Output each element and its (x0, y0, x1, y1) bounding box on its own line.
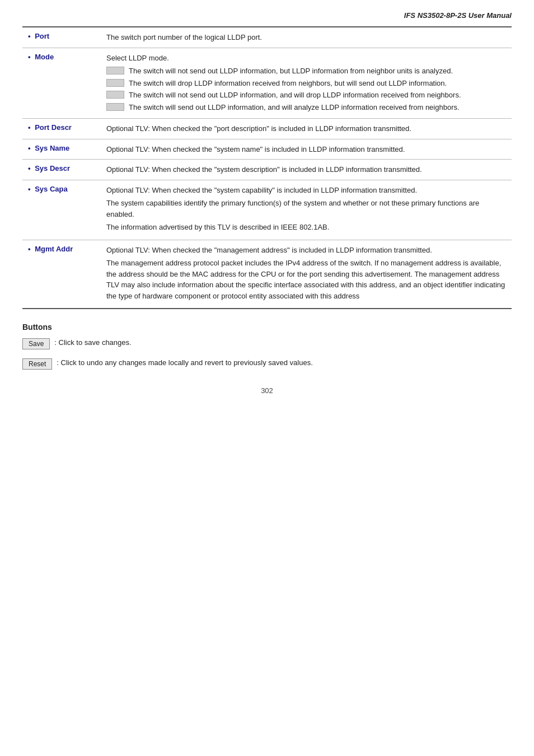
desc-text-sys-name: Optional TLV: When checked the "system n… (106, 144, 506, 155)
mode-item-3: The switch will send out LLDP informatio… (106, 102, 506, 113)
reset-row: Reset : Click to undo any changes made l… (22, 358, 512, 370)
line-mgmt-addr-0: Optional TLV: When checked the "manageme… (106, 245, 506, 256)
save-button[interactable]: Save (22, 338, 50, 349)
mode-item-text-0: The switch will not send out LLDP inform… (129, 66, 506, 77)
mode-item-text-3: The switch will send out LLDP informatio… (129, 102, 506, 113)
mode-item-0: The switch will not send out LLDP inform… (106, 66, 506, 77)
reset-button[interactable]: Reset (22, 358, 52, 370)
mode-item-2: The switch will not send out LLDP inform… (106, 90, 506, 101)
label-mgmt-addr: • Mgmt Addr (22, 240, 101, 309)
bullet-icon: • (28, 123, 31, 132)
desc-sys-name: Optional TLV: When checked the "system n… (101, 139, 512, 160)
desc-text-sys-descr: Optional TLV: When checked the "system d… (106, 164, 506, 175)
header-right: IFS NS3502-8P-2S User Manual (22, 11, 512, 20)
label-sys-name: • Sys Name (22, 139, 101, 160)
bullet-icon: • (28, 32, 31, 40)
desc-sys-descr: Optional TLV: When checked the "system d… (101, 160, 512, 180)
buttons-section: Buttons Save : Click to save changes. Re… (22, 323, 512, 370)
line-sys-capa-2: The information advertised by this TLV i… (106, 222, 506, 233)
mode-box-icon (106, 103, 124, 111)
desc-text-port: The switch port number of the logical LL… (106, 32, 506, 43)
mode-box-icon (106, 91, 124, 99)
table-row-mgmt-addr: • Mgmt AddrOptional TLV: When checked th… (22, 240, 512, 309)
desc-text-port-descr: Optional TLV: When checked the "port des… (106, 123, 506, 134)
label-port-descr: • Port Descr (22, 119, 101, 139)
table-row-sys-capa: • Sys CapaOptional TLV: When checked the… (22, 180, 512, 240)
desc-mode: Select LLDP mode.The switch will not sen… (101, 48, 512, 119)
line-sys-capa-0: Optional TLV: When checked the "system c… (106, 185, 506, 196)
mode-box-icon (106, 67, 124, 74)
label-sys-descr: • Sys Descr (22, 160, 101, 180)
label-mode: • Mode (22, 48, 101, 119)
mode-item-text-1: The switch will drop LLDP information re… (129, 78, 506, 89)
bullet-icon: • (28, 144, 31, 152)
bullet-icon: • (28, 164, 31, 172)
line-mgmt-addr-1: The management address protocol packet i… (106, 258, 506, 301)
desc-port-descr: Optional TLV: When checked the "port des… (101, 119, 512, 139)
bullet-icon: • (28, 53, 31, 61)
label-port: • Port (22, 27, 101, 48)
mode-intro: Select LLDP mode. (106, 53, 506, 64)
table-row-sys-name: • Sys NameOptional TLV: When checked the… (22, 139, 512, 160)
desc-mgmt-addr: Optional TLV: When checked the "manageme… (101, 240, 512, 309)
desc-port: The switch port number of the logical LL… (101, 27, 512, 48)
table-row-port-descr: • Port DescrOptional TLV: When checked t… (22, 119, 512, 139)
desc-sys-capa: Optional TLV: When checked the "system c… (101, 180, 512, 240)
table-row-sys-descr: • Sys DescrOptional TLV: When checked th… (22, 160, 512, 180)
bullet-icon: • (28, 185, 31, 193)
label-sys-capa: • Sys Capa (22, 180, 101, 240)
line-sys-capa-1: The system capabilities identify the pri… (106, 198, 506, 220)
reset-description: : Click to undo any changes made locally… (57, 358, 312, 367)
buttons-title: Buttons (22, 323, 512, 332)
save-description: : Click to save changes. (54, 338, 131, 347)
bullet-icon: • (28, 245, 31, 253)
table-row-mode: • ModeSelect LLDP mode.The switch will n… (22, 48, 512, 119)
save-row: Save : Click to save changes. (22, 338, 512, 349)
mode-item-1: The switch will drop LLDP information re… (106, 78, 506, 89)
mode-item-text-2: The switch will not send out LLDP inform… (129, 90, 506, 101)
table-row-port: • PortThe switch port number of the logi… (22, 27, 512, 48)
page-number: 302 (22, 386, 512, 395)
parameters-table: • PortThe switch port number of the logi… (22, 26, 512, 309)
mode-box-icon (106, 79, 124, 87)
